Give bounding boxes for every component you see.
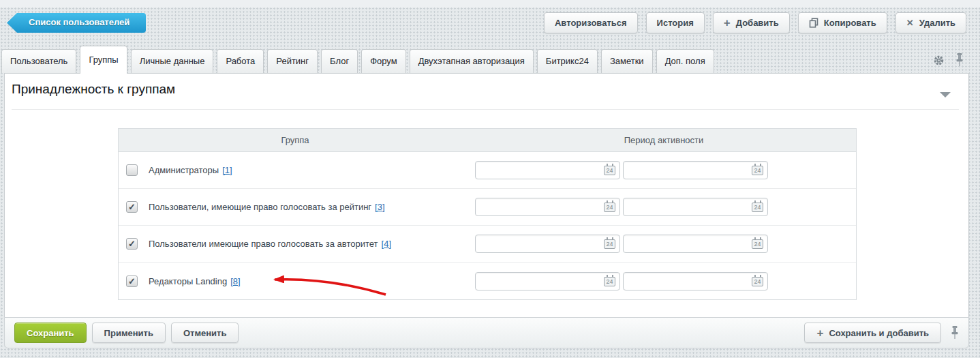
back-button-label: Список пользователей (29, 17, 129, 27)
history-button-label: История (657, 18, 694, 28)
group-count-link[interactable]: [3] (375, 202, 384, 212)
groups-table-header: Группа Период активности (119, 129, 856, 152)
top-action-bar: Список пользователей Авторизоваться Исто… (0, 8, 980, 38)
plus-icon: + (724, 17, 731, 29)
group-checkbox[interactable] (126, 238, 138, 250)
tab-user[interactable]: Пользователь (1, 49, 76, 73)
history-button[interactable]: История (646, 12, 705, 33)
section-title: Принадлежность к группам (12, 82, 175, 97)
add-button-label: Добавить (736, 18, 779, 28)
group-label: Пользователи имеющие право голосовать за… (149, 239, 378, 249)
tab-blog[interactable]: Блог (321, 49, 358, 73)
date-to-field[interactable]: 24 (623, 161, 768, 179)
copy-icon (809, 18, 818, 28)
tab-personal-data[interactable]: Личные данные (131, 49, 214, 73)
group-row-administrators: Администраторы [1] 24 24 (119, 152, 856, 189)
tab-custom-fields[interactable]: Доп. поля (656, 49, 714, 73)
save-button-label: Сохранить (27, 328, 74, 338)
authorize-button[interactable]: Авторизоваться (544, 12, 638, 33)
date-to-input[interactable] (624, 235, 767, 252)
copy-button[interactable]: Копировать (798, 12, 887, 33)
group-count-link[interactable]: [1] (222, 165, 232, 175)
copy-button-label: Копировать (824, 18, 876, 28)
add-button[interactable]: + Добавить (713, 12, 790, 33)
cancel-button[interactable]: Отменить (171, 323, 239, 343)
delete-button[interactable]: ✕ Удалить (895, 12, 966, 33)
delete-x-icon: ✕ (906, 18, 914, 27)
date-to-input[interactable] (624, 198, 767, 215)
tab-two-step-auth[interactable]: Двухэтапная авторизация (410, 49, 534, 73)
calendar-icon[interactable]: 24 (752, 203, 763, 212)
footer-pin-icon[interactable] (951, 325, 959, 340)
pin-icon[interactable] (955, 53, 964, 68)
page-top-strip (0, 0, 980, 8)
delete-button-label: Удалить (919, 18, 955, 28)
cancel-button-label: Отменить (183, 328, 227, 338)
group-count-link[interactable]: [8] (230, 276, 240, 286)
column-header-activity-period: Период активности (472, 129, 856, 151)
settings-gear-icon[interactable] (933, 55, 945, 66)
group-checkbox[interactable] (126, 164, 138, 176)
apply-button-label: Применить (104, 328, 153, 338)
tab-notes[interactable]: Заметки (601, 49, 653, 73)
group-label: Пользователи, имеющие право голосовать з… (149, 202, 371, 212)
collapse-chevron-icon[interactable] (940, 92, 951, 98)
tab-groups[interactable]: Группы (80, 46, 127, 74)
calendar-icon[interactable]: 24 (752, 239, 763, 249)
calendar-icon[interactable]: 24 (752, 277, 763, 286)
date-from-field[interactable]: 24 (475, 235, 620, 253)
group-label: Редакторы Landing (149, 276, 227, 286)
date-from-input[interactable] (476, 235, 619, 252)
date-to-field[interactable]: 24 (623, 272, 768, 290)
date-from-field[interactable]: 24 (475, 161, 620, 179)
date-to-input[interactable] (624, 162, 767, 179)
date-from-field[interactable]: 24 (475, 272, 620, 290)
save-button[interactable]: Сохранить (14, 323, 87, 343)
section-divider (12, 109, 959, 110)
tab-work[interactable]: Работа (217, 49, 264, 73)
back-to-user-list-button[interactable]: Список пользователей (7, 13, 146, 33)
apply-button[interactable]: Применить (92, 323, 166, 343)
calendar-icon[interactable]: 24 (604, 239, 615, 249)
tab-forum[interactable]: Форум (361, 49, 406, 73)
group-count-link[interactable]: [4] (382, 239, 391, 249)
group-row-rating-voters: Пользователи, имеющие право голосовать з… (119, 189, 856, 226)
content-panel: Принадлежность к группам Группа Период а… (4, 73, 969, 317)
column-header-group: Группа (119, 129, 472, 151)
date-from-input[interactable] (476, 273, 619, 290)
group-label: Администраторы (149, 165, 219, 175)
group-row-authority-voters: Пользователи имеющие право голосовать за… (119, 226, 856, 263)
calendar-icon[interactable]: 24 (604, 166, 615, 175)
authorize-button-label: Авторизоваться (555, 18, 627, 28)
group-row-landing-editors: Редакторы Landing [8] 24 24 (119, 263, 856, 299)
tab-bar-icons (933, 53, 964, 68)
calendar-icon[interactable]: 24 (604, 277, 615, 286)
save-and-add-button[interactable]: + Сохранить и добавить (804, 323, 941, 343)
calendar-icon[interactable]: 24 (604, 203, 615, 212)
tab-bar: Пользователь Группы Личные данные Работа… (1, 46, 969, 73)
date-to-field[interactable]: 24 (623, 235, 768, 253)
plus-icon: + (816, 327, 823, 339)
group-checkbox[interactable] (126, 275, 138, 287)
tab-rating[interactable]: Рейтинг (267, 49, 318, 73)
date-to-input[interactable] (624, 273, 767, 290)
date-from-input[interactable] (476, 198, 619, 215)
date-to-field[interactable]: 24 (623, 198, 768, 216)
date-from-field[interactable]: 24 (475, 198, 620, 216)
group-checkbox[interactable] (126, 201, 138, 213)
date-from-input[interactable] (476, 162, 619, 179)
calendar-icon[interactable]: 24 (752, 166, 763, 175)
groups-table: Группа Период активности Администраторы … (118, 128, 857, 300)
save-and-add-button-label: Сохранить и добавить (829, 328, 929, 338)
toolbar: Авторизоваться История + Добавить Копиро… (536, 12, 966, 33)
footer-bar: Сохранить Применить Отменить + Сохранить… (4, 317, 969, 348)
tab-bitrix24[interactable]: Битрикс24 (537, 49, 598, 73)
